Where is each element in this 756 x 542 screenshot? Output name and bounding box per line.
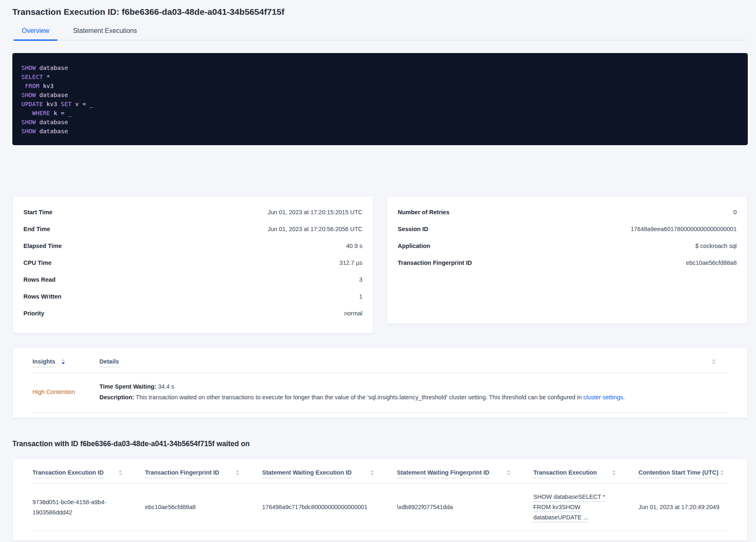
row-label: Session ID [398,226,428,232]
sql-line: SHOW database [21,90,739,100]
insight-row: High Contention Time Spent Waiting: 34.4… [32,373,728,413]
sql-line: SHOW database [21,127,739,136]
tab-statement-executions-label: Statement Executions [73,27,137,34]
sort-arrows-icon[interactable] [612,470,615,475]
waiting-label: Time Spent Waiting: [99,383,157,390]
row-value: normal [344,310,362,317]
column-label[interactable]: Contention Start Time (UTC) [638,469,719,478]
column-label[interactable]: Statement Waiting Fingerprint ID [397,469,489,478]
row-value: 0 [733,209,737,215]
row-label: CPU Time [23,259,51,266]
summary-row-application: Application $ cockroach sql [398,243,737,251]
sort-arrows-icon[interactable] [119,470,122,475]
row-value: Jun 01, 2023 at 17:20:15:2015 UTC [267,209,362,215]
page-content: Transaction Execution ID: f6be6366-da03-… [12,0,748,541]
column-label[interactable]: Statement Waiting Execution ID [262,469,352,478]
description-period: . [623,394,625,401]
sort-arrows-icon[interactable] [507,470,510,475]
summary-row-session-id: Session ID 17648a9eea6017800000000000000… [398,226,737,234]
waited-on-table-row: 9738d051-bc0e-4158-a9b4-1903586ddd42 ebc… [32,484,728,531]
summary-row-end-time: End Time Jun 01, 2023 at 17:20:56:2056 U… [23,226,362,234]
row-value: 40.9 s [346,243,363,249]
summary-row-elapsed-time: Elapsed Time 40.9 s [23,243,362,251]
row-value: 17648a9eea6017800000000000000001 [631,226,737,232]
sql-line: SHOW database [21,118,739,127]
sort-arrows-icon[interactable] [236,470,239,475]
column-header-transaction-execution: Transaction Execution [533,469,638,478]
summary-row-number-of-retries: Number of Retries 0 [398,209,737,217]
cell-contention-start-time: Jun 01, 2023 at 17:20:49:2049 [638,502,728,512]
sql-line: SHOW database [21,63,739,72]
description-line: Description: This transaction waited on … [99,392,728,403]
time-spent-waiting-line: Time Spent Waiting: 34.4 s [99,381,728,392]
row-value: 1 [359,293,362,300]
tab-overview[interactable]: Overview [14,27,58,40]
summary-row-start-time: Start Time Jun 01, 2023 at 17:20:15:2015… [23,209,362,217]
row-label: Number of Retries [398,209,449,215]
row-label: Elapsed Time [23,243,62,249]
tab-bar: Overview Statement Executions [12,27,748,40]
sql-line: UPDATE kv3 SET v = _ [21,100,739,109]
summary-cards-row: Start Time Jun 01, 2023 at 17:20:15:2015… [12,196,748,334]
column-label[interactable]: Transaction Execution [533,469,597,478]
cell-transaction-execution-id: 9738d051-bc0e-4158-a9b4-1903586ddd42 [32,497,145,518]
sql-line: WHERE k = _ [21,109,739,118]
cell-statement-waiting-execution-id: 176498a9c717bdc80000000000000001 [262,502,397,512]
cell-transaction-execution: SHOW databaseSELECT * FROM kv3SHOW datab… [533,492,638,523]
row-label: End Time [23,226,50,232]
row-label: Transaction Fingerprint ID [398,259,472,266]
sort-arrows-icon[interactable] [720,470,724,475]
row-value: $ cockroach sql [695,243,737,249]
insight-type-badge: High Contention [32,389,99,395]
details-column-label[interactable]: Details [99,358,119,367]
insights-card: Insights Details High Contention Time Sp… [12,347,748,418]
insights-column-header: Insights [32,358,99,367]
tab-overview-label: Overview [22,27,49,34]
row-value: 312.7 µs [339,259,362,266]
timing-summary-card: Start Time Jun 01, 2023 at 17:20:15:2015… [12,196,373,334]
sql-line: FROM kv3 [21,81,739,90]
row-label: Rows Read [23,276,55,283]
description-text: This transaction waited on other transac… [134,394,583,401]
row-label: Start Time [23,209,53,215]
row-label: Application [398,243,430,249]
waited-on-table-card: Transaction Execution ID Transaction Fin… [12,458,748,541]
column-header-statement-waiting-fingerprint-id: Statement Waiting Fingerprint ID [397,469,533,478]
cell-transaction-fingerprint-id: ebc10ae56cfd88a8 [145,502,262,512]
column-header-contention-start-time: Contention Start Time (UTC) [638,469,728,478]
summary-row-cpu-time: CPU Time 312.7 µs [23,259,362,268]
column-header-transaction-fingerprint-id: Transaction Fingerprint ID [145,469,262,478]
waiting-value: 34.4 s [157,383,175,390]
description-label: Description: [99,394,134,401]
page-title: Transaction Execution ID: f6be6366-da03-… [12,0,748,17]
summary-row-transaction-fingerprint-id: Transaction Fingerprint ID ebc10ae56cfd8… [398,259,737,268]
sort-arrows-icon[interactable] [371,470,374,475]
insights-column-label[interactable]: Insights [32,358,55,367]
column-header-statement-waiting-execution-id: Statement Waiting Execution ID [262,469,397,478]
cell-statement-waiting-fingerprint-id: \xdb8922f077541dda [397,502,533,512]
transaction-fingerprint-id-link[interactable]: ebc10ae56cfd88a8 [686,259,737,266]
row-label: Priority [23,310,44,317]
insights-table-header: Insights Details [32,347,728,373]
row-value: 3 [359,276,362,283]
waited-on-table-header: Transaction Execution ID Transaction Fin… [32,459,728,484]
waited-on-heading: Transaction with ID f6be6366-da03-48de-a… [12,440,748,448]
column-label[interactable]: Transaction Execution ID [32,469,104,478]
summary-row-priority: Priority normal [23,310,362,318]
session-summary-card: Number of Retries 0 Session ID 17648a9ee… [387,196,748,324]
summary-row-rows-read: Rows Read 3 [23,276,362,285]
sql-line: SELECT * [21,72,739,81]
transaction-execution-link[interactable]: SHOW databaseSELECT * FROM kv3SHOW datab… [533,492,606,523]
sort-arrows-desc-icon[interactable] [62,359,65,364]
insight-details: Time Spent Waiting: 34.4 s Description: … [99,381,728,403]
tab-statement-executions[interactable]: Statement Executions [65,27,145,40]
row-label: Rows Written [23,293,61,300]
summary-row-rows-written: Rows Written 1 [23,293,362,301]
sort-arrows-icon[interactable] [712,359,715,364]
cluster-settings-link[interactable]: cluster settings [583,394,623,401]
column-label[interactable]: Transaction Fingerprint ID [145,469,219,478]
sql-statements-box: SHOW databaseSELECT * FROM kv3SHOW datab… [12,53,748,145]
column-header-transaction-execution-id: Transaction Execution ID [32,469,145,478]
row-value: Jun 01, 2023 at 17:20:56:2056 UTC [267,226,362,232]
